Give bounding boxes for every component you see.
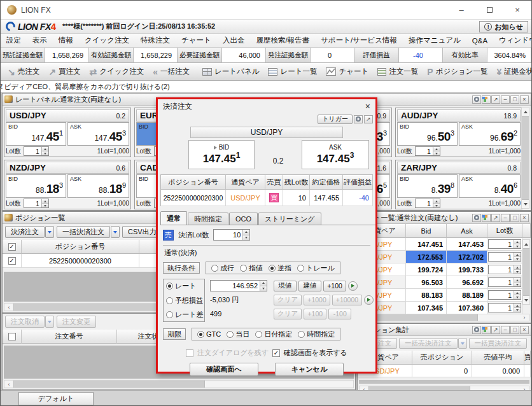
plus1000-button[interactable]: +1000 — [304, 295, 330, 305]
menu-chart[interactable]: チャート — [176, 36, 217, 45]
confirm-button[interactable]: 確認画面へ — [190, 363, 258, 376]
minimize-icon[interactable]: – — [501, 326, 510, 334]
minimize-icon[interactable]: – — [501, 214, 510, 222]
dialog-bid-box[interactable]: BID 147.451 — [188, 140, 255, 169]
radio-rate-diff[interactable]: レート差 — [166, 310, 202, 319]
news-ticker[interactable]: ヌビディアCEO、貿易摩擦をカネの力で切り抜ける(2) — [1, 81, 531, 93]
position-list-button[interactable]: Pポジション一覧 — [423, 67, 492, 77]
row-checkbox[interactable] — [8, 257, 16, 265]
cancel-button[interactable]: キャンセル — [275, 363, 344, 376]
quick-order-button[interactable]: ⇄クイック注文 — [85, 67, 148, 77]
plus100-button[interactable]: +100 — [323, 281, 346, 291]
diff-plus100-button[interactable]: +100 — [304, 309, 326, 319]
lot-stepper[interactable]: 1 — [415, 199, 440, 208]
menu-quick-order[interactable]: クイック注文 — [79, 36, 135, 45]
cancel-order-dropdown[interactable] — [45, 316, 54, 328]
menu-support[interactable]: サポート/サービス情報 — [315, 36, 403, 45]
batch-order-button[interactable]: «一括注文 — [148, 67, 194, 77]
more-buttons-icon[interactable] — [364, 295, 374, 305]
close-icon[interactable]: × — [503, 1, 531, 19]
plus10000-button[interactable]: +10000 — [332, 295, 362, 305]
rate-row-eurjpy[interactable]: EUR/JPY 172.553 172.702 1 — [358, 251, 531, 263]
bid-button[interactable]: BID88.183 — [6, 174, 66, 198]
gear-icon[interactable] — [472, 214, 481, 222]
maximize-icon[interactable] — [475, 1, 503, 19]
close-icon[interactable]: × — [520, 95, 529, 104]
gear-icon[interactable] — [472, 95, 481, 104]
tab-default[interactable]: デフォルト — [18, 392, 94, 405]
rate-row-audjpy[interactable]: AUD/JPY 96.503 96.692 1 — [358, 276, 531, 289]
bid-cell[interactable]: 107.345 — [406, 302, 447, 314]
batch-sell-close-dropdown[interactable] — [458, 338, 467, 349]
orders-hscrollbar[interactable]: ‹ — [4, 380, 354, 388]
bid-button[interactable]: BID147.451 — [6, 122, 66, 146]
order-list-button[interactable]: 注文一覧 — [373, 67, 423, 76]
ask-cell[interactable]: 172.702 — [447, 251, 487, 263]
margin-status-button[interactable]: ¥証拠金状況 — [493, 67, 532, 77]
lot-stepper[interactable]: 1 — [488, 290, 521, 300]
menu-settings[interactable]: 設定 — [1, 36, 27, 45]
more-buttons-icon[interactable] — [348, 281, 358, 291]
menu-info[interactable]: 情報 — [53, 36, 79, 45]
ask-cell[interactable]: 107.360 — [447, 302, 487, 314]
batch-sell-close-button[interactable]: 一括売決済注文 — [399, 338, 458, 349]
ask-cell[interactable]: 96.692 — [447, 276, 487, 289]
menu-deposit[interactable]: 入出金 — [217, 36, 251, 45]
diff-minus100-button[interactable]: -100 — [328, 309, 351, 319]
bid-button[interactable]: BID8.398 — [397, 174, 458, 198]
clear-button[interactable]: クリア — [274, 309, 302, 319]
lot-stepper[interactable]: 1 — [488, 252, 521, 262]
bid-cell[interactable]: 199.724 — [406, 263, 447, 276]
rate-input[interactable]: 146.952 — [210, 280, 267, 291]
rate-row-gbpjpy[interactable]: GBP/JPY 199.724 199.733 1 — [358, 263, 531, 276]
batch-buy-close-button[interactable]: 一括買決済注文 — [469, 338, 528, 349]
bid-cell[interactable]: 172.553 — [406, 251, 447, 263]
modify-order-button[interactable]: 注文変更 — [57, 316, 96, 328]
radio-time-specified[interactable]: 時間指定 — [298, 330, 335, 339]
buy-order-button[interactable]: ↗買注文 — [44, 67, 85, 77]
notice-button[interactable]: ! お知らせ — [479, 21, 528, 32]
close-lot-stepper[interactable]: 10 — [213, 229, 250, 241]
radio-rate[interactable]: レート — [166, 281, 202, 291]
radio-stop[interactable]: 逆指 — [269, 263, 291, 273]
rate-list-vscrollbar[interactable] — [522, 239, 530, 305]
maximize-icon[interactable]: □ — [510, 326, 519, 334]
ask-button[interactable]: ASK8.406 — [459, 174, 521, 198]
lot-stepper[interactable]: 1 — [488, 265, 521, 274]
radio-market[interactable]: 成行 — [211, 263, 234, 273]
cancel-order-button[interactable]: 注文取消 — [5, 316, 45, 328]
menu-window[interactable]: ウィンドウ — [493, 36, 532, 45]
lot-stepper[interactable]: 1 — [488, 277, 521, 287]
radio-trail[interactable]: トレール — [297, 263, 335, 273]
tab-streaming[interactable]: ストリーミング — [258, 213, 321, 225]
maximize-icon[interactable]: □ — [510, 95, 519, 104]
dialog-title-bar[interactable]: 決済注文 × — [158, 99, 375, 113]
ask-button[interactable]: ASK96.692 — [459, 122, 521, 146]
sell-order-button[interactable]: ↘売注文 — [3, 67, 44, 77]
close-order-button[interactable]: 決済注文 — [5, 226, 45, 238]
design-icon[interactable] — [482, 326, 491, 334]
trigger-button[interactable]: トリガー — [318, 115, 353, 124]
menu-special-order[interactable]: 特殊注文 — [135, 36, 176, 45]
ask-cell[interactable]: 147.453 — [447, 238, 487, 251]
pin-icon[interactable]: ↗ — [491, 214, 500, 222]
close-icon[interactable]: × — [520, 214, 529, 222]
open-price-button[interactable]: 建値 — [298, 281, 321, 291]
minimize-icon[interactable]: – — [447, 1, 475, 19]
position-summary-window-header[interactable]: ポジション集計 ↗ – □ × — [358, 324, 531, 336]
rate-row-cadjpy[interactable]: CAD/JPY 107.345 107.360 1 — [358, 302, 531, 314]
tab-normal[interactable]: 通常 — [160, 211, 187, 225]
lot-stepper[interactable]: 1 — [24, 146, 49, 156]
rate-row-nzdjpy[interactable]: NZD/JPY 88.183 88.189 1 — [358, 289, 531, 302]
bid-button[interactable]: BID96.503 — [397, 122, 458, 146]
batch-close-button[interactable]: 一括決済注文 — [57, 226, 110, 238]
close-icon[interactable]: × — [520, 326, 529, 334]
design-icon[interactable] — [482, 95, 491, 104]
lot-stepper[interactable]: 1 — [415, 146, 440, 156]
clear-button[interactable]: クリア — [274, 295, 302, 305]
select-all-checkbox[interactable] — [8, 333, 16, 340]
menu-history[interactable]: 履歴検索/報告書 — [250, 36, 315, 45]
design-icon[interactable] — [482, 214, 491, 222]
current-price-button[interactable]: 現値 — [274, 281, 297, 291]
maximize-icon[interactable]: □ — [510, 214, 519, 222]
